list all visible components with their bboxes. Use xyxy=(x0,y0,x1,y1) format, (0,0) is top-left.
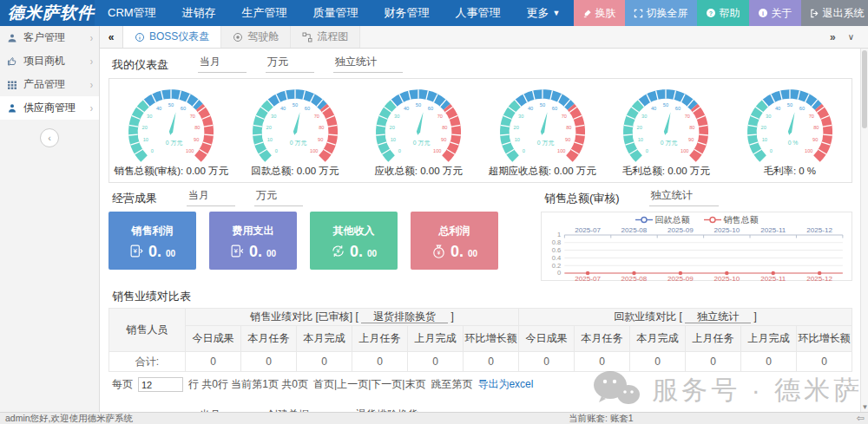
svg-text:50: 50 xyxy=(540,102,545,108)
svg-text:100: 100 xyxy=(681,148,688,153)
total-value: 0 xyxy=(464,352,519,372)
svg-text:10: 10 xyxy=(391,137,396,142)
svg-text:50: 50 xyxy=(168,102,174,108)
about-button[interactable]: i关于 xyxy=(749,0,801,26)
sidebar-item-客户管理[interactable]: 客户管理› xyxy=(0,26,99,49)
menu-item[interactable]: 财务管理 xyxy=(372,0,443,26)
card-value: 0. xyxy=(450,245,464,258)
svg-text:0 万元: 0 万元 xyxy=(290,140,307,146)
svg-text:80: 80 xyxy=(442,125,447,130)
svg-text:0.8: 0.8 xyxy=(552,238,562,246)
svg-text:0.4: 0.4 xyxy=(552,254,562,262)
yen-cycle-icon: ¥ xyxy=(331,244,345,258)
tab-流程图[interactable]: 流程图 xyxy=(291,26,360,48)
col-header: 本月任务 xyxy=(575,326,630,352)
sidebar-item-供应商管理[interactable]: 供应商管理› xyxy=(0,96,99,120)
menu-item[interactable]: 人事管理 xyxy=(443,0,514,26)
svg-text:40: 40 xyxy=(528,106,533,111)
back-arrow-icon[interactable]: ⇦ xyxy=(857,413,865,424)
dashboard-filter[interactable]: 万元 xyxy=(266,55,314,73)
chart-legend: 回款总额销售总额 xyxy=(542,214,852,226)
content-scrollbar[interactable]: ▼ xyxy=(860,49,868,412)
svg-text:2025-12: 2025-12 xyxy=(806,275,832,283)
svg-text:20: 20 xyxy=(266,125,271,130)
sales-table-body: 合计:000000000000 xyxy=(109,352,852,372)
svg-text:60: 60 xyxy=(799,106,805,111)
results-filter[interactable]: 万元 xyxy=(254,188,303,206)
total-label: 合计: xyxy=(109,352,186,372)
help-button[interactable]: ?帮助 xyxy=(697,0,749,26)
gauge-dial: 01020304050607080901000 万元 xyxy=(481,81,605,167)
col-header: 上月完成 xyxy=(741,326,797,352)
svg-text:60: 60 xyxy=(181,106,186,111)
thumbsup-icon xyxy=(6,55,18,68)
skin-button[interactable]: 换肤 xyxy=(574,0,625,26)
svg-text:50: 50 xyxy=(293,102,298,108)
stat-card-其他收入: 其他收入¥0.00 xyxy=(310,212,398,270)
gauge-label: 应收总额: 0.00 万元 xyxy=(357,165,481,178)
tabs-forward-icon[interactable]: » xyxy=(830,31,836,43)
dashboard-filter[interactable]: 独立统计 xyxy=(333,55,403,73)
svg-text:2025-11: 2025-11 xyxy=(760,226,786,234)
legend-item[interactable]: 销售总额 xyxy=(704,214,759,226)
gauge-label: 超期应收总额: 0.00 万元 xyxy=(481,165,605,178)
scrollbar-down-icon[interactable]: ▼ xyxy=(861,403,868,411)
results-filter[interactable]: 当月 xyxy=(187,188,235,206)
svg-text:80: 80 xyxy=(689,125,694,130)
legend-label: 销售总额 xyxy=(724,214,759,226)
card-value-decimals: 00 xyxy=(367,249,377,258)
menu-item[interactable]: CRM管理 xyxy=(95,0,169,26)
svg-text:¥: ¥ xyxy=(437,249,441,255)
sidebar-item-产品管理[interactable]: 产品管理› xyxy=(0,73,99,96)
gauge-label: 回款总额: 0.00 万元 xyxy=(233,165,358,178)
group-filter-link[interactable]: 独立统计 xyxy=(685,310,751,323)
page-nav-links[interactable]: 首页|上一页|下一页|末页 xyxy=(313,377,425,392)
card-label: 总利润 xyxy=(439,224,470,238)
fullscreen-button[interactable]: 切换全屏 xyxy=(625,0,697,26)
nav-btn-label: 退出系统 xyxy=(823,6,865,21)
tab-驾驶舱[interactable]: 驾驶舱 xyxy=(221,26,291,48)
col-header: 上月任务 xyxy=(352,326,408,352)
group-header: 回款业绩对比 [ 独立统计 ] xyxy=(519,309,852,326)
jump-to-page[interactable]: 跳至第页 xyxy=(431,377,472,392)
svg-text:2025-07: 2025-07 xyxy=(575,275,601,283)
menu-item[interactable]: 生产管理 xyxy=(229,0,300,26)
tab-BOSS仪表盘[interactable]: BOSS仪表盘 xyxy=(122,26,221,48)
menu-item-more[interactable]: 更多▼ xyxy=(514,0,574,26)
sidebar-item-项目商机[interactable]: 项目商机› xyxy=(0,49,99,73)
group-filter-link[interactable]: 退货排除换货 xyxy=(361,310,448,323)
svg-text:90: 90 xyxy=(318,137,323,142)
tabs-menu-icon[interactable]: ∨ xyxy=(848,32,854,42)
menu-item[interactable]: 进销存 xyxy=(169,0,229,26)
legend-marker-icon xyxy=(704,216,721,225)
svg-text:90: 90 xyxy=(688,137,694,142)
col-header: 本月完成 xyxy=(297,326,352,352)
legend-marker-icon xyxy=(635,216,653,225)
dashboard-filter[interactable]: 当月 xyxy=(198,55,247,73)
scrollbar-thumb[interactable] xyxy=(862,50,867,128)
tabs-collapse-icon[interactable]: « xyxy=(100,26,122,48)
per-page-input[interactable] xyxy=(138,377,183,392)
sidebar-collapse-button[interactable]: ‹ xyxy=(40,128,59,147)
svg-text:90: 90 xyxy=(565,137,570,142)
legend-item[interactable]: 回款总额 xyxy=(635,214,690,226)
skin-icon xyxy=(582,9,592,18)
col-header: 本月完成 xyxy=(630,326,686,352)
menu-item[interactable]: 质量管理 xyxy=(300,0,372,26)
stat-card-销售利润: 销售利润¥0.00 xyxy=(108,212,196,270)
gauge: 01020304050607080901000 万元回款总额: 0.00 万元 xyxy=(233,81,358,178)
svg-text:60: 60 xyxy=(675,106,681,111)
svg-text:70: 70 xyxy=(685,114,690,119)
svg-text:2025-07: 2025-07 xyxy=(575,226,601,234)
svg-text:50: 50 xyxy=(416,102,421,108)
svg-text:100: 100 xyxy=(557,148,565,153)
svg-text:30: 30 xyxy=(641,114,647,119)
col-header: 今日成果 xyxy=(186,326,241,352)
top-navbar: 德米萨软件 CRM管理进销存生产管理质量管理财务管理人事管理更多▼ 换肤切换全屏… xyxy=(0,0,868,26)
tab-label: BOSS仪表盘 xyxy=(149,29,209,44)
group-header: 销售业绩对比 [已审核] [ 退货排除换货 ] xyxy=(186,309,519,326)
chart-filter[interactable]: 独立统计 xyxy=(649,188,719,206)
supplier-icon xyxy=(6,102,18,114)
export-excel-link[interactable]: 导出为excel xyxy=(477,377,533,392)
logout-button[interactable]: 退出系统 xyxy=(801,0,868,26)
